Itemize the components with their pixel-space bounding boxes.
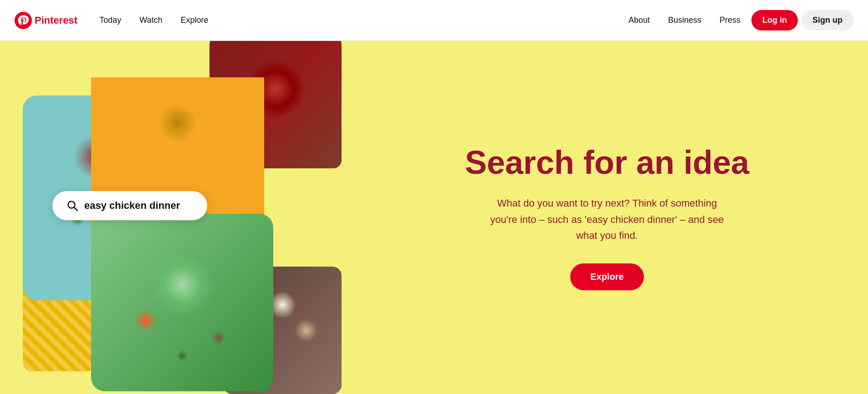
search-bar-overlay: easy chicken dinner xyxy=(52,191,207,220)
nav-watch[interactable]: Watch xyxy=(132,12,169,29)
search-icon xyxy=(66,199,79,212)
svg-line-2 xyxy=(74,207,78,211)
logo-link[interactable]: Pinterest xyxy=(15,12,77,29)
hero-subtitle: What do you want to try next? Think of s… xyxy=(489,195,725,243)
logo-text: Pinterest xyxy=(35,15,77,26)
svg-point-0 xyxy=(15,12,32,29)
hero-title: Search for an idea xyxy=(465,145,749,181)
nav-left: Today Watch Explore xyxy=(92,12,215,29)
search-query-text: easy chicken dinner xyxy=(84,200,180,212)
explore-button[interactable]: Explore xyxy=(570,263,643,290)
nav-right: About Business Press Log in Sign up xyxy=(621,10,853,30)
hero-collage: easy chicken dinner xyxy=(0,41,346,394)
nav-press[interactable]: Press xyxy=(712,12,748,29)
food-image-main xyxy=(91,214,273,391)
nav-about[interactable]: About xyxy=(621,12,657,29)
nav-today[interactable]: Today xyxy=(92,12,128,29)
food-collage-container: easy chicken dinner xyxy=(0,41,346,394)
login-button[interactable]: Log in xyxy=(751,10,798,30)
nav-explore[interactable]: Explore xyxy=(174,12,216,29)
hero-text-area: Search for an idea What do you want to t… xyxy=(346,41,868,394)
signup-button[interactable]: Sign up xyxy=(802,10,853,30)
site-header: Pinterest Today Watch Explore About Busi… xyxy=(0,0,868,41)
nav-business[interactable]: Business xyxy=(661,12,709,29)
pinterest-logo-icon xyxy=(15,12,32,29)
hero-section: easy chicken dinner Search for an idea W… xyxy=(0,41,868,394)
